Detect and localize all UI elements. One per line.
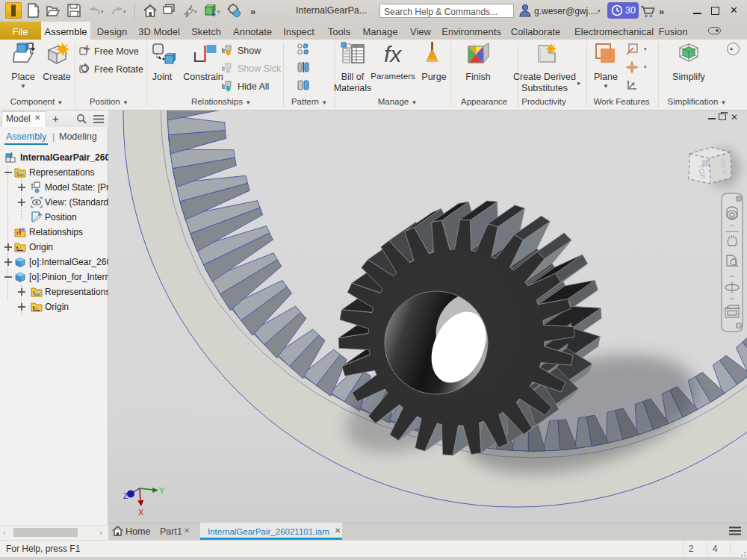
- svg-text:Y: Y: [159, 486, 164, 495]
- svg-text:!: !: [228, 68, 229, 72]
- svg-text:X: X: [138, 508, 144, 517]
- svg-text:Z: Z: [123, 491, 128, 500]
- svg-text:fx: fx: [384, 43, 402, 65]
